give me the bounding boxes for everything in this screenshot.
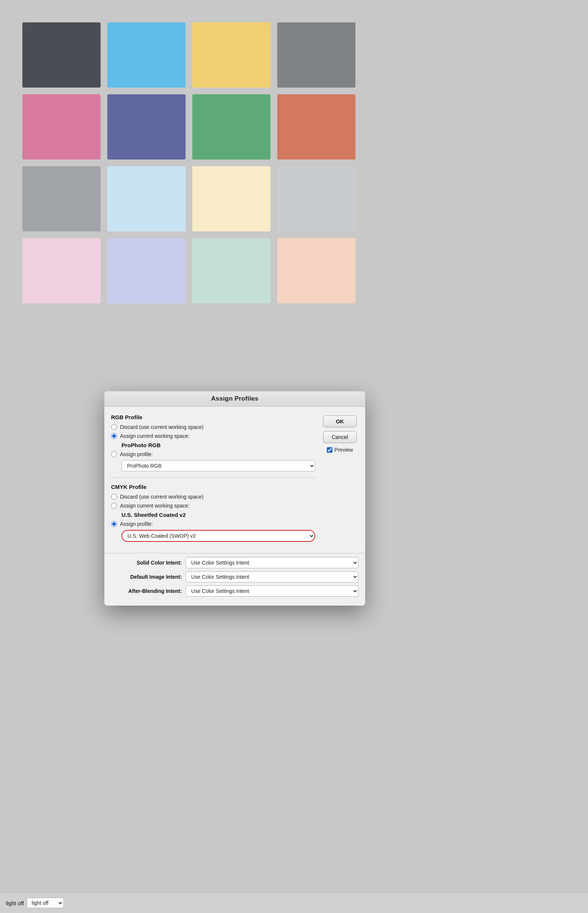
color-swatch (277, 23, 355, 87)
proof-label: light off (6, 900, 24, 906)
color-swatch (107, 94, 186, 160)
default-image-intent-row: Default Image Intent: Use Color Settings… (111, 571, 359, 582)
dialog-actions: OK Cancel Preview (321, 414, 359, 546)
after-blending-intent-label: After-Blending Intent: (111, 588, 186, 594)
cmyk-discard-row: Discard (use current working space) (111, 494, 315, 500)
rgb-profile-select[interactable]: ProPhoto RGBsRGB IEC61966-2.1Adobe RGB (… (121, 460, 315, 472)
cmyk-profile-dropdown-row: U.S. Web Coated (SWOP) v2U.S. Sheetfed C… (121, 530, 315, 542)
cmyk-current-space-value: U.S. Sheetfed Coated v2 (121, 512, 315, 518)
cancel-button[interactable]: Cancel (323, 431, 357, 443)
ok-button[interactable]: OK (323, 415, 357, 427)
default-image-intent-label: Default Image Intent: (111, 574, 186, 580)
bottom-bar: light off light off (0, 892, 588, 913)
cmyk-circled-dropdown: U.S. Web Coated (SWOP) v2U.S. Sheetfed C… (121, 530, 315, 542)
rgb-discard-row: Discard (use current working space) (111, 424, 315, 430)
color-swatch (107, 238, 186, 303)
color-swatch (277, 166, 355, 231)
rgb-current-space-value: ProPhoto RGB (121, 442, 315, 448)
rgb-discard-radio[interactable] (111, 424, 117, 430)
rgb-section: RGB Profile Discard (use current working… (111, 414, 315, 472)
color-swatch (23, 94, 100, 160)
swatches-grid (23, 23, 355, 303)
color-swatch (192, 94, 271, 160)
cmyk-assign-profile-radio[interactable] (111, 521, 117, 527)
preview-row: Preview (327, 447, 353, 453)
color-swatch (107, 23, 186, 87)
rgb-discard-label: Discard (use current working space) (120, 424, 204, 430)
rgb-assign-profile-label: Assign profile: (120, 451, 153, 457)
after-blending-intent-select[interactable]: Use Color Settings IntentPerceptualSatur… (186, 585, 359, 596)
rgb-assign-profile-row: Assign profile: (111, 451, 315, 457)
cmyk-assign-current-row: Assign current working space: (111, 503, 315, 509)
proof-select[interactable]: light off (27, 898, 64, 908)
solid-color-intent-select[interactable]: Use Color Settings IntentPerceptualSatur… (186, 557, 359, 568)
cmyk-assign-profile-row: Assign profile: (111, 521, 315, 527)
cmyk-assign-current-radio[interactable] (111, 503, 117, 509)
preview-checkbox[interactable] (327, 447, 333, 453)
solid-color-intent-row: Solid Color Intent: Use Color Settings I… (111, 557, 359, 568)
rgb-assign-profile-radio[interactable] (111, 451, 117, 457)
dialog-main-content: RGB Profile Discard (use current working… (111, 414, 315, 546)
color-swatch (23, 166, 100, 231)
intent-section: Solid Color Intent: Use Color Settings I… (104, 553, 365, 606)
rgb-profile-dropdown-row: ProPhoto RGBsRGB IEC61966-2.1Adobe RGB (… (121, 460, 315, 472)
rgb-section-label: RGB Profile (111, 414, 315, 420)
color-swatch (23, 23, 100, 87)
color-swatch (23, 238, 100, 303)
cmyk-assign-current-label: Assign current working space: (120, 503, 190, 509)
cmyk-discard-label: Discard (use current working space) (120, 494, 204, 500)
cmyk-section: CMYK Profile Discard (use current workin… (111, 484, 315, 542)
cmyk-assign-profile-label: Assign profile: (120, 521, 153, 527)
cmyk-section-label: CMYK Profile (111, 484, 315, 490)
rgb-assign-current-label: Assign current working space: (120, 433, 190, 439)
color-swatch (192, 166, 271, 231)
preview-label: Preview (334, 447, 353, 453)
rgb-assign-current-row: Assign current working space: (111, 433, 315, 439)
color-swatch (277, 238, 355, 303)
color-swatch (277, 94, 355, 160)
color-swatch (107, 166, 186, 231)
rgb-cmyk-divider (111, 477, 315, 478)
color-swatch (192, 238, 271, 303)
assign-profiles-dialog: Assign Profiles RGB Profile Discard (use… (104, 391, 365, 606)
color-swatch (192, 23, 271, 87)
after-blending-intent-row: After-Blending Intent: Use Color Setting… (111, 585, 359, 596)
default-image-intent-select[interactable]: Use Color Settings IntentPerceptualSatur… (186, 571, 359, 582)
dialog-title: Assign Profiles (104, 391, 365, 407)
solid-color-intent-label: Solid Color Intent: (111, 560, 186, 566)
cmyk-discard-radio[interactable] (111, 494, 117, 500)
rgb-assign-current-radio[interactable] (111, 433, 117, 439)
cmyk-profile-select[interactable]: U.S. Web Coated (SWOP) v2U.S. Sheetfed C… (121, 530, 315, 542)
